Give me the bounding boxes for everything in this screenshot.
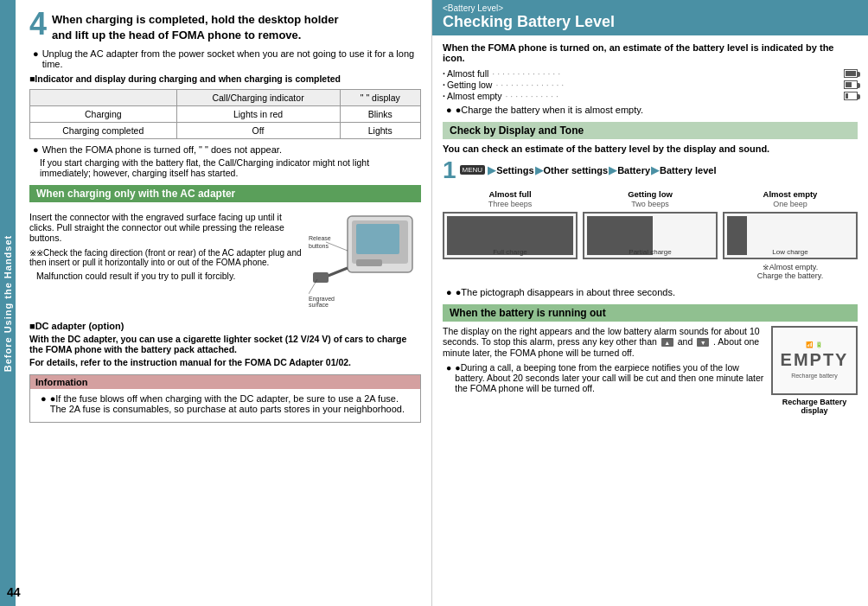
svg-line-4 [326,268,348,277]
svg-rect-3 [356,259,382,266]
dc-text1: With the DC adapter, you can use a cigar… [29,334,421,354]
img1-caption1: Almost full [443,189,578,200]
arrow2: ▶ [535,164,543,176]
table-col-indicator: Call/Charging indicator [176,90,340,106]
table-col-empty [30,90,177,106]
step1-number: 1 [443,158,456,182]
table-cell-charging-label: Charging [30,106,177,123]
sidebar-strip: Before Using the Handset [0,0,16,606]
battery-icon-half [844,80,858,89]
battery-icon-low [844,92,858,100]
table-col-display: " " display [340,90,421,106]
svg-line-6 [326,242,348,251]
running-out-text-col: The display on the right appears and the… [443,326,764,415]
running-bullet: ● ●During a call, a beeping tone from th… [443,362,764,393]
battery-header-container: <Battery Level> Checking Battery Level [432,0,868,35]
information-box: Information ● ●If the fuse blows off whe… [29,374,421,423]
bullet-dot: ● [33,48,39,69]
step-header: 4 When charging is completed, hold the d… [29,9,421,43]
img1-label: Full charge [444,248,576,256]
empty-label: EMPTY [781,350,849,370]
table-cell-charging-display: Blinks [340,106,421,123]
img3-caption1: Almost empty [723,189,858,200]
right-panel: <Battery Level> Checking Battery Level W… [432,0,868,606]
battery-intro: When the FOMA phone is turned on, an est… [443,42,858,63]
down-key: ▼ [697,338,709,347]
dot3-bullet: · [443,91,445,101]
dot3-dots: · · · · · · · · · · · [506,91,837,101]
svg-text:buttons: buttons [309,243,329,249]
table-row-charging-complete: Charging completed Off Lights [30,123,421,139]
bullet-unplug-text: Unplug the AC adapter from the power soc… [42,48,421,69]
running-out-header: When the battery is running out [443,304,858,322]
up-key: ▲ [661,338,673,347]
menu-icon: MENU [460,165,486,175]
battery-col-empty: Almost empty One beep Low charge ※Almost… [723,189,858,280]
arrow4: ▶ [651,164,659,176]
ac-note1-text: ※Check the facing direction (front or re… [29,248,302,267]
running-text1: The display on the right appears and the… [443,326,764,359]
pictograph-note: ● ●The pictograph disappears in about th… [443,287,858,297]
page-number: 44 [7,585,21,599]
info-text-row: ● ●If the fuse blows off when charging w… [37,393,413,414]
battery-fill-half [846,82,852,87]
step-number: 4 [29,9,47,40]
dot1-dots: · · · · · · · · · · · · · · [492,68,837,79]
arrow1: ▶ [488,164,495,176]
up-down-keys: ▲ [661,337,673,348]
ac-note1: ※※Check the facing direction (front or r… [29,248,302,267]
battery-rect-full: Full charge [443,212,578,259]
ac-text-main: Insert the connector with the engraved s… [29,212,302,243]
battery-tag: <Battery Level> [443,3,858,13]
svg-line-9 [309,279,317,294]
svg-rect-2 [356,224,399,254]
ac-text: Insert the connector with the engraved s… [29,212,302,316]
empty-battery-rect: 📶 🔋 EMPTY Recharge battery [771,326,858,395]
right-content: When the FOMA phone is turned on, an est… [443,42,858,415]
dc-text2: For details, refer to the instruction ma… [29,357,421,367]
svg-text:Release: Release [309,235,331,241]
recharge-label: Recharge Batterydisplay [771,398,858,415]
dot1-label: · [443,68,445,79]
arrow3: ▶ [609,164,616,176]
dot1-label-text: Almost full [447,68,488,79]
table-row-charging: Charging Lights in red Blinks [30,106,421,123]
table-cell-charging-indicator: Lights in red [176,106,340,123]
note-battery-flat: If you start charging with the battery f… [29,157,421,178]
dc-header-text: ■DC adapter (option) [29,321,124,331]
empty-battery-img-col: 📶 🔋 EMPTY Recharge battery Recharge Batt… [771,326,858,415]
note-foma-off-text: When the FOMA phone is turned off, " " d… [42,144,282,155]
dot-row-2: · Getting low · · · · · · · · · · · · · … [443,80,858,90]
img2-caption1: Getting low [583,189,718,200]
battery-rect-low: Low charge [723,212,858,259]
step-title: When charging is completed, hold the des… [52,9,339,43]
table-cell-complete-label: Charging completed [30,123,177,139]
check-intro: You can check an estimate of the battery… [443,144,858,154]
battery-title: Checking Battery Level [443,13,858,32]
battery-fill-low [846,93,848,99]
battery-col-partial: Getting low Two beeps Partial charge [583,189,718,280]
table-cell-complete-display: Lights [340,123,421,139]
img3-label: Low charge [724,248,856,256]
battery-fill-full [846,71,856,76]
battery-rect-partial: Partial charge [583,212,718,259]
battery-icon-full [844,69,858,78]
battery-images-row: Almost full Three beeps Full charge Gett… [443,189,858,280]
step1-text: ▶Settings▶Other settings▶Battery▶Battery… [487,164,716,176]
table-header: ■Indicator and display during charging a… [29,73,421,84]
pictograph-note-text: ●The pictograph disappears in about thre… [456,287,675,297]
dot-row-1: · Almost full · · · · · · · · · · · · · … [443,68,858,79]
step1-row: 1 MENU ▶Settings▶Other settings▶Battery▶… [443,158,858,182]
left-panel: Before Using the Handset 4 When charging… [0,0,432,606]
charge-note-text: ●Charge the battery when it is almost em… [456,105,643,115]
ac-connector-image: Release buttons Engraved surface [309,212,421,316]
connector-svg: Release buttons Engraved surface [309,212,421,307]
bullet-unplug: ● Unplug the AC adapter from the power s… [29,48,421,69]
dc-header: ■DC adapter (option) [29,321,421,331]
indicator-table: Call/Charging indicator " " display Char… [29,89,421,139]
battery-col-full: Almost full Three beeps Full charge [443,189,578,280]
ac-section-header: When charging only with the AC adapter [29,185,421,202]
info-header: Information [30,375,420,389]
svg-text:surface: surface [309,302,329,307]
dot3-label-text: Almost empty [447,91,502,101]
